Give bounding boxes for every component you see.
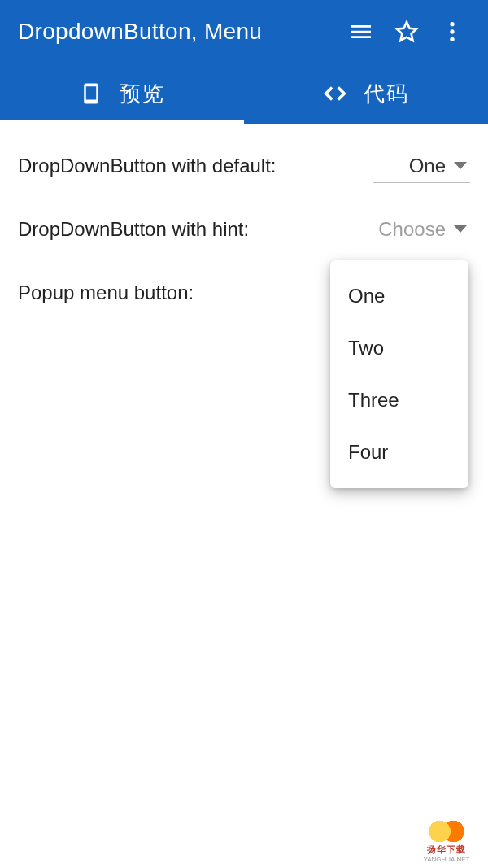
code-icon (323, 81, 347, 106)
tab-preview[interactable]: 预览 (0, 63, 244, 124)
menu-button[interactable] (338, 9, 384, 55)
row-default: DropDownButton with default: One (18, 142, 470, 190)
default-dropdown[interactable]: One (373, 150, 470, 183)
watermark: 扬华下载 YANGHUA.NET (410, 819, 483, 863)
page-title: DropdownButton, Menu (18, 19, 338, 45)
watermark-text: 扬华下载 (427, 844, 466, 856)
caret-down-icon (454, 225, 467, 233)
appbar-top: DropdownButton, Menu (0, 0, 488, 63)
popup-item[interactable]: One (330, 270, 468, 322)
popup-item[interactable]: Four (330, 426, 468, 478)
svg-point-0 (450, 22, 454, 26)
default-dropdown-value: One (409, 155, 446, 177)
hint-dropdown-value: Choose (378, 218, 446, 241)
popup-item[interactable]: Two (330, 322, 468, 374)
watermark-logo-icon (429, 819, 464, 844)
popup-item[interactable]: Three (330, 374, 468, 426)
hamburger-icon (348, 19, 374, 45)
overflow-button[interactable] (429, 9, 475, 55)
caret-down-icon (454, 162, 467, 169)
hint-dropdown[interactable]: Choose (372, 213, 470, 246)
hint-dropdown-label: DropDownButton with hint: (18, 218, 249, 241)
popup-menu: One Two Three Four (330, 260, 468, 488)
svg-point-2 (450, 37, 454, 41)
watermark-url: YANGHUA.NET (423, 856, 469, 863)
tab-code-label: 代码 (364, 80, 409, 108)
svg-point-1 (450, 29, 454, 33)
appbar: DropdownButton, Menu 预览 代码 (0, 0, 488, 124)
star-outline-icon (394, 19, 420, 45)
popup-menu-label: Popup menu button: (18, 281, 194, 304)
favorite-button[interactable] (384, 9, 429, 55)
tab-code[interactable]: 代码 (244, 63, 488, 124)
more-vert-icon (439, 19, 465, 45)
phone-icon (79, 81, 103, 106)
row-hint: DropDownButton with hint: Choose (18, 205, 470, 254)
tabs: 预览 代码 (0, 63, 488, 124)
default-dropdown-label: DropDownButton with default: (18, 155, 277, 177)
tab-preview-label: 预览 (120, 80, 165, 108)
tab-indicator (0, 120, 244, 124)
